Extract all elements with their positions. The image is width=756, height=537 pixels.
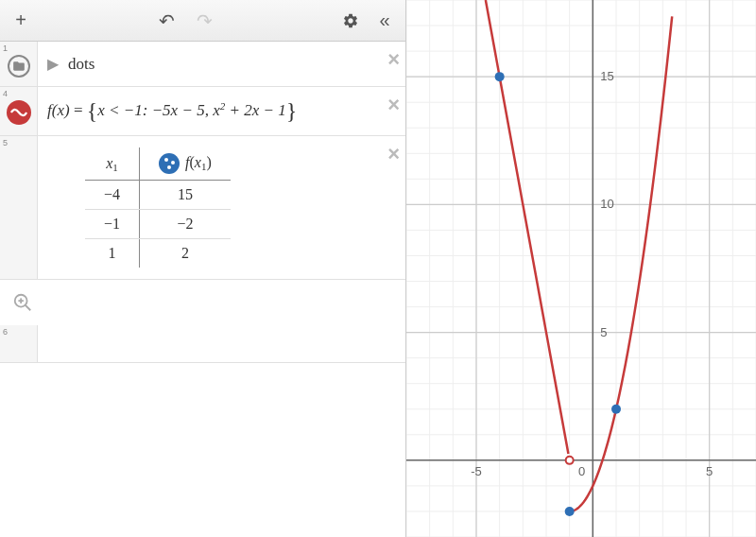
table-data-row: −415 <box>85 181 231 210</box>
expression-list: 1 ▶ dots × 4 f(x) = {x < −1: −5x − 5, x2… <box>0 42 405 537</box>
function-color-icon[interactable] <box>7 100 31 125</box>
folder-icon[interactable] <box>8 55 30 78</box>
svg-line-1 <box>26 305 31 311</box>
svg-text:15: 15 <box>600 69 613 83</box>
undo-button[interactable]: ↶ <box>154 8 180 34</box>
expression-row[interactable]: 4 f(x) = {x < −1: −5x − 5, x2 + 2x − 1} … <box>0 87 405 136</box>
graph-canvas[interactable]: -55510150 <box>406 0 756 537</box>
table-row[interactable]: 5 x1 f(x1) −415 −1−2 12 <box>0 136 405 280</box>
collapse-panel-button[interactable]: « <box>371 8 398 34</box>
close-icon[interactable]: × <box>387 142 400 166</box>
empty-expression-row[interactable]: 6 <box>0 325 405 363</box>
redo-button[interactable]: ↷ <box>192 8 218 34</box>
svg-text:-5: -5 <box>471 464 482 478</box>
row-index: 6 <box>3 327 8 337</box>
table-header-x: x1 <box>85 147 140 181</box>
table-header-fx: f(x1) <box>140 147 231 181</box>
svg-text:5: 5 <box>706 464 713 478</box>
row-index: 1 <box>3 43 8 53</box>
svg-text:10: 10 <box>600 197 613 211</box>
svg-point-59 <box>566 457 574 464</box>
table-data-row: 12 <box>85 239 231 268</box>
row-index: 5 <box>3 138 8 147</box>
svg-point-56 <box>495 72 505 81</box>
close-icon[interactable]: × <box>387 93 400 117</box>
table-data-row: −1−2 <box>85 210 231 239</box>
data-table[interactable]: x1 f(x1) −415 −1−2 12 <box>85 147 231 268</box>
close-icon[interactable]: × <box>387 47 400 72</box>
add-expression-button[interactable]: + <box>8 8 34 34</box>
svg-point-58 <box>611 405 621 414</box>
settings-button[interactable] <box>337 8 364 34</box>
toolbar: + ↶ ↷ « <box>0 0 405 42</box>
folder-label: dots <box>68 55 94 74</box>
folder-expand-icon[interactable]: ▶ <box>47 55 59 73</box>
svg-point-57 <box>565 507 575 516</box>
expression-formula[interactable]: f(x) = {x < −1: −5x − 5, x2 + 2x − 1} <box>47 98 297 124</box>
graph-plot[interactable]: -55510150 <box>406 0 756 537</box>
expression-panel: + ↶ ↷ « 1 ▶ dots × 4 <box>0 0 406 537</box>
folder-row[interactable]: 1 ▶ dots × <box>0 42 405 87</box>
row-index: 4 <box>3 89 8 98</box>
svg-text:0: 0 <box>578 464 585 478</box>
points-style-icon[interactable] <box>159 153 180 174</box>
zoom-fit-button[interactable] <box>6 286 40 320</box>
svg-text:5: 5 <box>600 325 607 339</box>
